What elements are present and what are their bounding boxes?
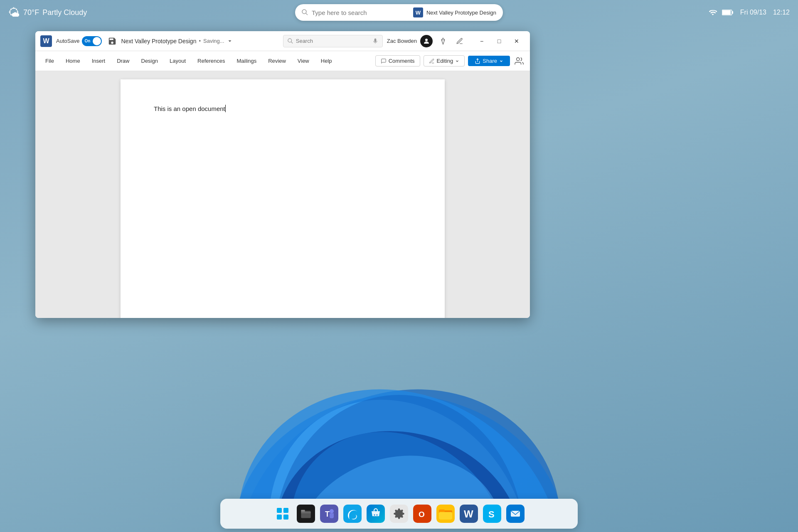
menu-file[interactable]: File <box>40 55 59 66</box>
save-status-text: Saving... <box>203 38 224 44</box>
system-date: Fri 09/13 <box>740 9 766 16</box>
weather-condition: Partly Cloudy <box>42 8 87 17</box>
comments-label: Comments <box>389 58 415 64</box>
svg-rect-21 <box>346 507 359 520</box>
comment-icon <box>381 58 387 64</box>
start-button[interactable] <box>272 503 293 525</box>
menu-mailings[interactable]: Mailings <box>232 55 262 66</box>
file-explorer-icon <box>436 505 455 523</box>
search-icon <box>288 38 293 44</box>
store-button[interactable] <box>365 503 387 525</box>
document-page[interactable]: This is an open document <box>121 79 445 318</box>
maximize-button[interactable]: □ <box>491 35 507 47</box>
menu-draw[interactable]: Draw <box>112 55 134 66</box>
weather-icon: 🌤 <box>8 6 20 20</box>
menu-layout[interactable]: Layout <box>165 55 191 66</box>
dropdown-icon[interactable] <box>227 38 233 44</box>
edit-icon <box>429 58 435 64</box>
close-button[interactable]: ✕ <box>508 35 525 47</box>
edge-button[interactable] <box>342 503 363 525</box>
svg-rect-32 <box>439 512 452 520</box>
menu-references[interactable]: References <box>192 55 230 66</box>
minimize-button[interactable]: − <box>473 35 490 47</box>
weather-widget[interactable]: 🌤 70°F Partly Cloudy <box>8 6 87 20</box>
svg-text:S: S <box>488 509 495 520</box>
weather-temperature: 70°F <box>23 8 39 17</box>
mail-icon <box>509 507 522 520</box>
collaboration-icon[interactable] <box>513 55 525 67</box>
mail-button[interactable] <box>505 503 526 525</box>
document-content[interactable]: This is an open document <box>154 104 411 114</box>
share-button[interactable]: Share <box>468 56 510 66</box>
word-search-input[interactable] <box>296 38 370 44</box>
settings-button[interactable] <box>388 503 410 525</box>
diamond-icon[interactable] <box>437 35 449 47</box>
active-app-word-icon: W <box>413 7 423 17</box>
svg-text:O: O <box>419 510 425 519</box>
skype-icon: S <box>485 506 500 521</box>
settings-icon <box>393 508 405 520</box>
taskbar-bottom: T <box>220 499 578 529</box>
svg-rect-17 <box>301 510 305 512</box>
svg-point-24 <box>377 515 378 516</box>
taskbar-search-input[interactable] <box>312 9 410 16</box>
editing-button[interactable]: Editing <box>424 55 465 66</box>
battery-icon <box>722 9 734 16</box>
menu-insert[interactable]: Insert <box>87 55 111 66</box>
taskbar-search-bar[interactable]: W Next Valley Prototype Design <box>295 4 503 21</box>
svg-point-13 <box>288 38 292 42</box>
teams-button[interactable]: T <box>318 503 340 525</box>
file-explorer-dark-button[interactable] <box>295 503 317 525</box>
word-title-bar: W AutoSave On Next Valley Prototype Desi… <box>35 31 530 51</box>
svg-point-23 <box>374 515 375 516</box>
share-dropdown-icon <box>499 59 503 63</box>
word-window: W AutoSave On Next Valley Prototype Desi… <box>35 31 530 318</box>
comments-button[interactable]: Comments <box>375 55 420 66</box>
menu-home[interactable]: Home <box>61 55 85 66</box>
office-button[interactable]: O <box>411 503 433 525</box>
taskbar-top: 🌤 70°F Partly Cloudy W Next Valley Proto… <box>0 0 798 25</box>
word-taskbar-button[interactable]: W <box>458 503 480 525</box>
document-text: This is an open document <box>154 105 225 112</box>
doc-title: Next Valley Prototype Design <box>121 38 196 44</box>
svg-rect-4 <box>732 11 733 14</box>
desktop-wallpaper <box>0 332 798 499</box>
edge-icon <box>346 507 359 520</box>
save-icon[interactable] <box>108 37 117 46</box>
save-status: • <box>199 38 201 44</box>
system-time: 12:12 <box>773 9 790 16</box>
svg-line-14 <box>291 42 293 43</box>
autosave-group: AutoSave On <box>56 36 102 46</box>
autosave-label: AutoSave <box>56 38 79 44</box>
title-search-box[interactable] <box>283 35 383 47</box>
svg-point-15 <box>425 39 428 41</box>
active-app-label: Next Valley Prototype Design <box>426 10 496 16</box>
svg-text:W: W <box>464 508 473 520</box>
office-icon: O <box>416 508 428 520</box>
ribbon-right-tools: Comments Editing Share <box>375 55 525 67</box>
svg-point-0 <box>302 10 306 14</box>
menu-review[interactable]: Review <box>263 55 291 66</box>
menu-design[interactable]: Design <box>136 55 163 66</box>
store-icon <box>370 508 382 520</box>
system-tray: Fri 09/13 12:12 <box>709 8 790 17</box>
file-explorer-button[interactable] <box>435 503 456 525</box>
word-logo: W <box>40 35 52 47</box>
user-avatar[interactable] <box>420 35 433 47</box>
menu-help[interactable]: Help <box>316 55 337 66</box>
search-icon <box>302 9 308 16</box>
autosave-toggle[interactable]: On <box>82 36 102 46</box>
word-taskbar-icon: W <box>461 506 476 521</box>
editing-dropdown-icon <box>455 59 459 63</box>
svg-rect-16 <box>301 511 310 518</box>
menu-view[interactable]: View <box>293 55 314 66</box>
window-controls: − □ ✕ <box>473 35 525 47</box>
doc-title-area: Next Valley Prototype Design • Saving... <box>121 38 278 44</box>
pen-icon[interactable] <box>453 35 466 47</box>
editing-label: Editing <box>437 58 453 64</box>
user-name: Zac Bowden <box>387 38 417 44</box>
svg-text:T: T <box>325 510 330 518</box>
skype-button[interactable]: S <box>481 503 503 525</box>
microphone-icon[interactable] <box>372 38 378 44</box>
autosave-on-text: On <box>84 39 90 43</box>
